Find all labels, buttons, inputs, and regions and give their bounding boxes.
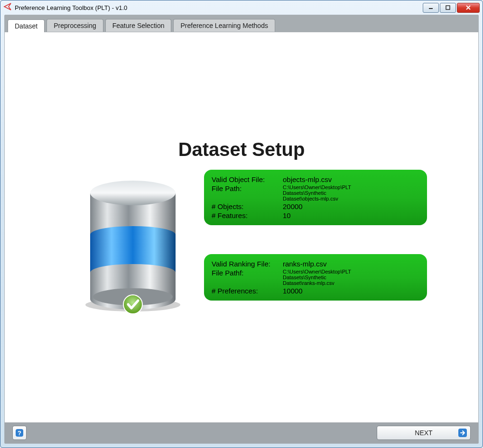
help-button[interactable]: ? — [12, 426, 27, 440]
footer: ? NEXT — [5, 422, 478, 443]
arrow-right-icon — [458, 428, 467, 438]
objects-count-label: # Objects: — [212, 202, 283, 210]
client-area: Dataset Preprocessing Feature Selection … — [4, 15, 479, 444]
app-icon — [3, 2, 12, 13]
maximize-button[interactable] — [440, 3, 456, 13]
next-button-label: NEXT — [415, 429, 432, 437]
page-title: Dataset Setup — [5, 139, 478, 160]
object-path-value: C:\Users\Owner\Desktop\PLT Datasets\Synt… — [283, 184, 344, 201]
svg-text:?: ? — [18, 430, 21, 437]
preferences-count-label: # Preferences: — [212, 287, 283, 295]
ranking-file-label: Valid Ranking File: — [212, 260, 283, 268]
tabstrip: Dataset Preprocessing Feature Selection … — [5, 15, 478, 32]
next-button[interactable]: NEXT — [377, 426, 471, 440]
object-path-label: File Path: — [212, 184, 283, 201]
titlebar[interactable]: Preference Learning Toolbox (PLT) - v1.0 — [0, 0, 483, 15]
ranking-file-panel: Valid Ranking File:ranks-mlp.csv File Pa… — [204, 254, 427, 301]
tab-content: Dataset Setup — [5, 32, 478, 422]
object-file-panel: Valid Object File:objects-mlp.csv File P… — [204, 170, 427, 225]
minimize-button[interactable] — [423, 3, 439, 13]
help-icon: ? — [15, 428, 24, 438]
close-button[interactable] — [457, 3, 480, 13]
window-title: Preference Learning Toolbox (PLT) - v1.0 — [15, 4, 423, 11]
svg-point-21 — [123, 295, 142, 314]
objects-count-value: 20000 — [283, 202, 419, 210]
app-window: Preference Learning Toolbox (PLT) - v1.0… — [0, 0, 483, 448]
ranking-path-label: File Pathf: — [212, 269, 283, 286]
svg-rect-1 — [446, 6, 450, 9]
features-count-value: 10 — [283, 211, 419, 219]
tab-feature-selection[interactable]: Feature Selection — [105, 19, 172, 32]
database-icon — [74, 177, 192, 319]
window-controls — [423, 3, 480, 13]
tab-preprocessing[interactable]: Preprocessing — [46, 19, 103, 32]
svg-point-6 — [90, 181, 176, 205]
object-file-value: objects-mlp.csv — [283, 175, 419, 183]
tab-dataset[interactable]: Dataset — [8, 19, 45, 32]
features-count-label: # Features: — [212, 211, 283, 219]
ranking-path-value: C:\Users\Owner\Desktop\PLT Datasets\Synt… — [283, 269, 344, 286]
preferences-count-value: 10000 — [283, 287, 419, 295]
object-file-label: Valid Object File: — [212, 175, 283, 183]
svg-point-18 — [90, 264, 176, 281]
tab-preference-learning[interactable]: Preference Learning Methods — [173, 19, 275, 32]
ranking-file-value: ranks-mlp.csv — [283, 260, 419, 268]
